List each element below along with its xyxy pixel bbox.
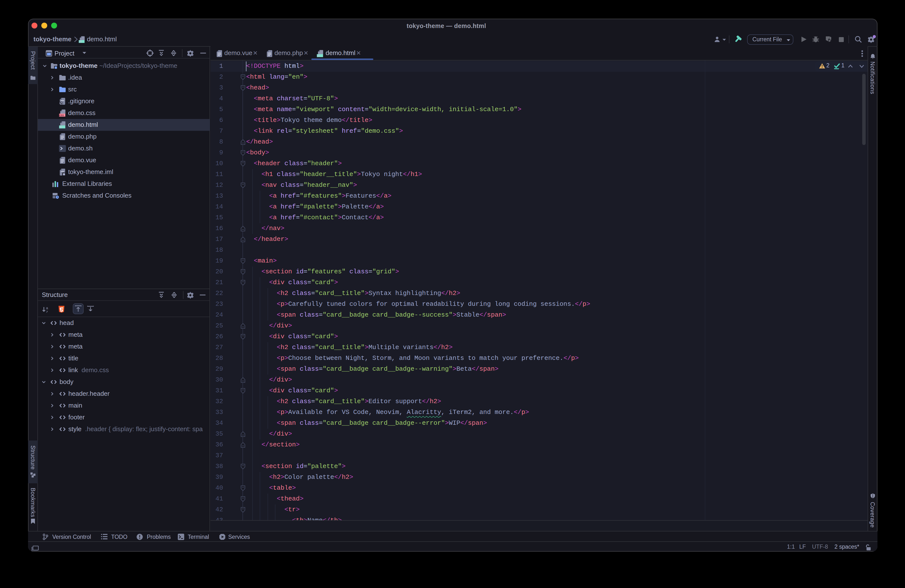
svg-text:H: H <box>60 125 62 129</box>
svg-text:H: H <box>79 40 81 43</box>
svg-text:CSS: CSS <box>59 114 64 117</box>
svg-text:H: H <box>318 54 320 57</box>
svg-text:z: z <box>46 309 48 313</box>
